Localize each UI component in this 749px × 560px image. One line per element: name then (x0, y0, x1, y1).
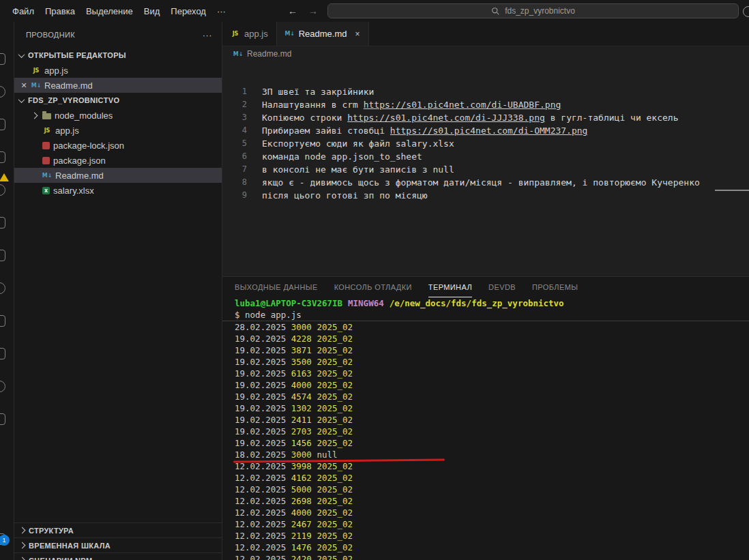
menu-view[interactable]: Вид (138, 6, 166, 16)
chevron-right-icon (19, 542, 26, 549)
section-npm-scripts[interactable]: СЦЕНАРИИ NPM (14, 552, 222, 560)
npm-file-icon (42, 157, 50, 164)
file-app.js[interactable]: JSapp.js (14, 123, 222, 138)
panel-tab-problems[interactable]: ПРОБЛЕМЫ (532, 277, 578, 297)
panel-tab-devdb[interactable]: DEVDB (488, 277, 516, 297)
file-Readme.md[interactable]: M↓Readme.md (14, 168, 222, 183)
activity-bar-icon[interactable] (0, 119, 5, 130)
menu-edit[interactable]: Правка (40, 6, 80, 16)
terminal-user-host: luba1@LAPTOP-C3V267IB (235, 298, 342, 308)
nav-forward-icon[interactable]: → (308, 5, 318, 16)
open-editor-Readme.md[interactable]: ✕M↓Readme.md (14, 78, 222, 93)
warning-badge (0, 173, 9, 181)
search-value: fds_zp_vyrobnictvo (505, 6, 575, 16)
sidebar-header: ПРОВОДНИК ··· (14, 22, 222, 48)
terminal-output-row: 19.02.2025 1456 2025_02 (235, 437, 749, 449)
chevron-down-icon (18, 51, 25, 58)
open-editors-list: JSapp.js✕M↓Readme.md (14, 63, 222, 93)
url-link[interactable]: https://s01.pic4net.com/di-UBADBF.png (364, 100, 561, 110)
url-link[interactable]: https://s01.pic4net.com/di-OMM237.png (390, 126, 588, 136)
terminal-output-row: 12.02.2025 2698 2025_02 (235, 495, 749, 507)
menu-bar: ФайлПравкаВыделениеВидПереход··· (7, 0, 231, 22)
activity-bar-icon[interactable] (0, 348, 5, 359)
terminal-output-row: 19.02.2025 4228 2025_02 (235, 333, 749, 344)
activity-bar-icon[interactable] (0, 217, 5, 229)
markdown-file-icon: M↓ (285, 29, 295, 38)
tab-Readme.md[interactable]: M↓Readme.md× (277, 22, 369, 46)
excel-file-icon: x (42, 187, 50, 194)
activity-bar-icon[interactable] (0, 86, 5, 98)
url-link[interactable]: https://s01.pic4net.com/di-JJJ338.png (347, 113, 545, 123)
terminal-env: MINGW64 (348, 298, 384, 308)
code-line: 4Прибираем зайві стовбці https://s01.pic… (222, 124, 749, 137)
js-file-icon: JS (42, 126, 52, 135)
markdown-icon: M↓ (233, 50, 243, 59)
terminal-output-row: 19.02.2025 1302 2025_02 (235, 402, 749, 414)
line-number: 1 (222, 85, 262, 98)
section-timeline[interactable]: ВРЕМЕННАЯ ШКАЛА (14, 537, 222, 552)
terminal-output-row: 12.02.2025 3998 2025_02 (235, 460, 749, 472)
chevron-right-icon (19, 527, 26, 534)
file-node_modules[interactable]: node_modules (14, 108, 222, 123)
menu-go[interactable]: Переход (165, 6, 211, 16)
file-list: node_modulesJSapp.jspackage-lock.jsonpac… (14, 108, 222, 198)
activity-bar-icon[interactable] (0, 184, 5, 196)
terminal-output-row: 12.02.2025 1476 2025_02 (235, 542, 749, 553)
notification-badge: 1 (0, 535, 10, 546)
activity-bar-icon[interactable] (0, 381, 5, 392)
activity-bar-icon[interactable] (0, 250, 5, 261)
activity-bar-icon[interactable] (0, 413, 5, 425)
code-line: 7в консолі не має бути записів з null (222, 163, 749, 176)
text-segment: Прибираем зайві стовбці (262, 126, 390, 136)
terminal-command: $ node app.js (235, 309, 749, 321)
code-line: 9після цього готові зп по місяцю (222, 189, 749, 202)
menu-more[interactable]: ··· (211, 6, 231, 16)
editor-content[interactable]: 1ЗП швеї та закрійники2Налаштування в cr… (222, 61, 749, 301)
activity-bar-icon[interactable] (0, 53, 5, 65)
search-box[interactable]: fds_zp_vyrobnictvo (327, 3, 739, 18)
terminal-output-row: 12.02.2025 2420 2025_02 (235, 553, 749, 560)
code-line: 5Експортуємо сюди як файл salary.xlsx (222, 137, 749, 150)
activity-bar-icon[interactable] (0, 151, 5, 163)
account-icon[interactable] (743, 6, 749, 17)
terminal-prompt: luba1@LAPTOP-C3V267IBMINGW64/e/new_docs/… (235, 297, 749, 309)
nav-back-icon[interactable]: ← (288, 5, 297, 16)
line-number: 2 (222, 98, 262, 111)
explorer-sidebar: ПРОВОДНИК ··· ОТКРЫТЫЕ РЕДАКТОРЫ JSapp.j… (14, 22, 222, 560)
line-number: 7 (222, 163, 262, 176)
breadcrumb-item[interactable]: Readme.md (247, 49, 291, 59)
text-segment: ЗП швеї та закрійники (262, 87, 374, 97)
breadcrumb[interactable]: M↓ Readme.md (222, 46, 749, 61)
activity-bar-icon[interactable] (0, 282, 5, 294)
section-outline[interactable]: СТРУКТУРА (14, 522, 222, 537)
open-editors-header[interactable]: ОТКРЫТЫЕ РЕДАКТОРЫ (14, 48, 222, 63)
text-segment: Експортуємо сюди як файл salary.xlsx (262, 138, 454, 149)
vscode-window: ФайлПравкаВыделениеВидПереход··· ← → fds… (0, 0, 749, 560)
markdown-file-icon: M↓ (31, 81, 41, 90)
code-line: 8якщо є - дивимось щось з форматом дати/… (222, 176, 749, 189)
line-number: 4 (222, 124, 262, 137)
title-bar: ФайлПравкаВыделениеВидПереход··· ← → fds… (0, 0, 749, 23)
tab-app.js[interactable]: JSapp.js (222, 22, 277, 46)
file-salary.xlsx[interactable]: xsalary.xlsx (14, 183, 222, 198)
file-package-lock.json[interactable]: package-lock.json (14, 138, 222, 153)
close-icon[interactable]: × (355, 29, 360, 39)
panel-tab-debug-console[interactable]: КОНСОЛЬ ОТЛАДКИ (334, 277, 412, 297)
chevron-right-icon (31, 112, 38, 119)
terminal-output-row: 19.02.2025 4574 2025_02 (235, 391, 749, 402)
panel-tab-terminal[interactable]: ТЕРМИНАЛ (428, 277, 472, 297)
open-editor-app.js[interactable]: JSapp.js (14, 63, 222, 78)
code-line: 6команда node app.json_to_sheet (222, 150, 749, 163)
sidebar-title: ПРОВОДНИК (26, 31, 75, 39)
terminal-output-row: 12.02.2025 2119 2025_02 (235, 530, 749, 542)
panel-tab-output[interactable]: ВЫХОДНЫЕ ДАННЫЕ (235, 277, 318, 297)
terminal[interactable]: luba1@LAPTOP-C3V267IBMINGW64/e/new_docs/… (222, 297, 749, 560)
more-actions-icon[interactable]: ··· (203, 30, 212, 40)
file-package.json[interactable]: package.json (14, 153, 222, 168)
terminal-output: 28.02.2025 3000 2025_0219.02.2025 4228 2… (235, 321, 749, 560)
menu-selection[interactable]: Выделение (80, 6, 138, 16)
menu-file[interactable]: Файл (7, 6, 40, 16)
close-icon[interactable]: ✕ (20, 81, 28, 90)
workspace-root-header[interactable]: FDS_ZP_VYROBNICTVO (14, 93, 222, 108)
activity-bar-icon[interactable] (0, 315, 5, 327)
